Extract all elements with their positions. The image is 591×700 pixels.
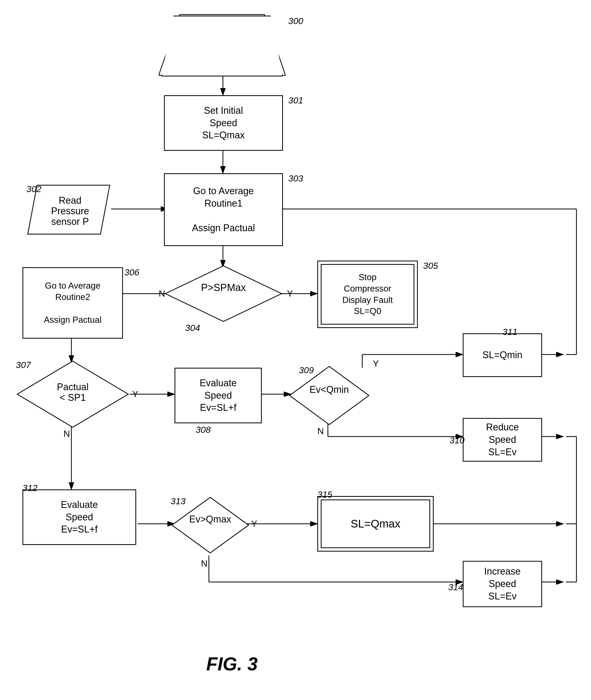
fig-caption: FIG. 3 <box>206 653 258 675</box>
ref-304: 304 <box>185 323 200 333</box>
start-compressor-shape <box>161 16 283 76</box>
flowchart-diagram: Start Compressor 300 Set InitialSpeedSL=… <box>0 0 591 700</box>
label-304-n: N <box>159 288 165 299</box>
ref-315: 315 <box>317 489 332 500</box>
svg-text:Ev>Qmax: Ev>Qmax <box>189 514 231 525</box>
ref-302: 302 <box>26 184 42 194</box>
ref-312: 312 <box>22 483 38 493</box>
svg-marker-38 <box>165 266 282 322</box>
ref-310: 310 <box>450 435 465 446</box>
ref-301: 301 <box>288 95 303 106</box>
node-315: SL=Qmax <box>317 496 434 551</box>
svg-text:< SP1: < SP1 <box>60 392 86 403</box>
node-304-svg: P>SPMax <box>164 265 283 323</box>
node-311: SL=Qmin <box>463 333 542 377</box>
svg-text:P>SPMax: P>SPMax <box>201 282 246 293</box>
svg-text:sensor P: sensor P <box>51 216 89 227</box>
node-301: Set InitialSpeedSL=Qmax <box>164 95 283 151</box>
node-308: EvaluateSpeedEv=SL+f <box>175 368 262 423</box>
ref-303: 303 <box>288 173 303 184</box>
label-309-y: Y <box>373 358 379 369</box>
ref-306: 306 <box>124 267 139 278</box>
ref-300: 300 <box>288 16 303 26</box>
ref-314: 314 <box>448 582 463 592</box>
ref-307: 307 <box>16 360 31 370</box>
label-313-n: N <box>201 558 208 569</box>
node-310: ReduceSpeedSL=Ev <box>463 418 542 462</box>
label-304-y: Y <box>287 288 293 299</box>
label-309-n: N <box>317 426 324 436</box>
label-313-y: Y <box>251 519 257 529</box>
node-314: IncreaseSpeedSL=Ev <box>463 561 542 607</box>
svg-text:Read: Read <box>59 195 81 206</box>
label-307-y: Y <box>132 389 138 399</box>
svg-text:Pressure: Pressure <box>51 206 89 216</box>
ref-308: 308 <box>196 425 211 435</box>
label-307-n: N <box>63 428 70 439</box>
node-307-svg: Pactual < SP1 <box>16 360 130 428</box>
node-303: Go to AverageRoutine1Assign Pactual <box>164 173 283 246</box>
ref-309: 309 <box>299 365 314 375</box>
node-306: Go to AverageRoutine2Assign Pactual <box>22 267 123 339</box>
svg-text:Ev<Qmin: Ev<Qmin <box>309 384 349 395</box>
node-305: StopCompressorDisplay FaultSL=Q0 <box>317 260 418 328</box>
node-312: EvaluateSpeedEv=SL+f <box>22 489 136 545</box>
ref-313: 313 <box>171 496 186 506</box>
ref-311: 311 <box>503 327 518 337</box>
ref-305: 305 <box>423 260 438 271</box>
svg-text:Pactual: Pactual <box>57 382 88 392</box>
